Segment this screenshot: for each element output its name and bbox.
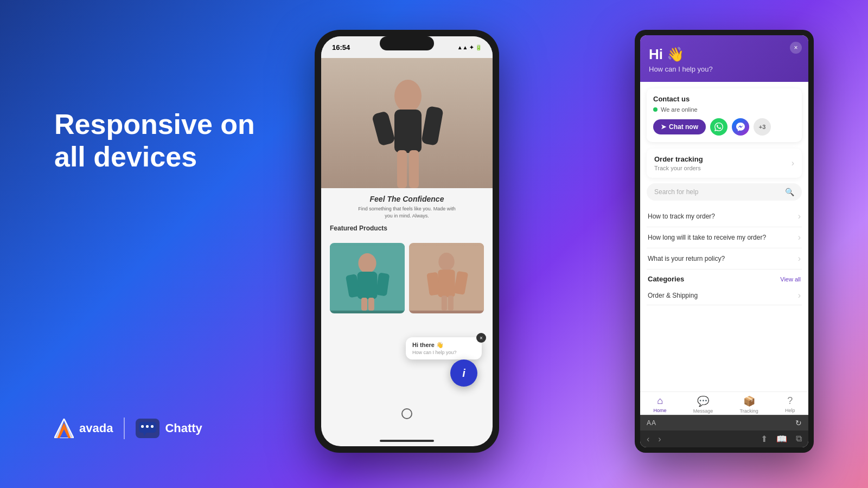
svg-rect-27 — [442, 296, 447, 311]
faq-chevron-3: › — [798, 254, 801, 264]
category-text-1: Order & Shipping — [648, 292, 698, 299]
nav-help[interactable]: ? Help — [785, 395, 795, 414]
order-tracking-title: Order tracking — [654, 155, 703, 163]
chat-float-button[interactable]: i — [450, 359, 477, 387]
search-row[interactable]: Search for help 🔍 — [647, 183, 802, 201]
order-tracking-chevron: › — [792, 158, 794, 168]
chat-float-icon: i — [462, 367, 465, 380]
svg-rect-17 — [358, 272, 378, 299]
headline-line2: all devices — [54, 141, 197, 172]
nav-home[interactable]: ⌂ Home — [654, 395, 667, 414]
phone-notch — [380, 36, 434, 50]
phone-hero-subtitle: Find something that feels like you. Made… — [330, 206, 484, 219]
svg-rect-4 — [141, 425, 144, 428]
svg-rect-10 — [394, 110, 422, 153]
phone-container: 16:54 ▲▲ ✦ 🔋 — [315, 30, 499, 453]
phone-home-button[interactable] — [401, 408, 412, 419]
home-icon: ⌂ — [657, 395, 663, 407]
faq-item-1[interactable]: How to track my order? › — [647, 206, 802, 227]
plus-more-button[interactable]: +3 — [754, 118, 771, 136]
chat-header: × Hi 👋 How can I help you? — [640, 35, 808, 82]
nav-tracking-label: Tracking — [740, 408, 758, 414]
spacer — [640, 305, 808, 391]
chat-bubble-close[interactable]: × — [476, 333, 486, 343]
svg-point-9 — [394, 80, 422, 112]
close-icon: × — [794, 44, 797, 52]
contact-actions: ➤ Chat now +3 — [653, 118, 795, 136]
avada-label: avada — [79, 421, 113, 435]
message-icon: 💬 — [697, 395, 709, 407]
address-bar: AA ↻ — [640, 415, 808, 431]
browser-nav: ‹ › ⬆ 📖 ⧉ — [640, 431, 808, 447]
bottom-nav: ⌂ Home 💬 Message 📦 Tracking ? Help — [640, 391, 808, 415]
signal-icons: ▲▲ ✦ 🔋 — [457, 44, 482, 50]
plus-more-label: +3 — [759, 124, 766, 130]
contact-us-title: Contact us — [653, 95, 795, 103]
svg-rect-24 — [438, 270, 455, 298]
svg-rect-6 — [151, 425, 154, 428]
faq-item-3[interactable]: What is your return policy? › — [647, 248, 802, 269]
tabs-icon[interactable]: ⧉ — [796, 434, 802, 444]
featured-title: Featured Products — [330, 224, 484, 232]
chat-greeting: Hi 👋 — [649, 46, 800, 63]
chat-now-label: Chat now — [669, 123, 698, 131]
svg-rect-14 — [409, 150, 419, 188]
order-tracking-row[interactable]: Order tracking Track your orders › — [647, 149, 802, 178]
faq-text-1: How to track my order? — [648, 213, 715, 220]
logos-section: avada Chatty — [54, 418, 202, 439]
view-all-button[interactable]: View all — [780, 276, 801, 282]
contact-card: Contact us We are online ➤ Chat now — [647, 88, 802, 142]
chat-bubble-sub: How can I help you? — [412, 350, 475, 355]
online-text: We are online — [661, 106, 698, 113]
hero-image — [321, 58, 493, 188]
online-dot — [653, 107, 658, 112]
chatty-icon — [136, 419, 159, 438]
faq-chevron-1: › — [798, 211, 801, 221]
svg-rect-20 — [361, 298, 367, 311]
faq-text-2: How long will it take to receive my orde… — [648, 234, 766, 241]
nav-message[interactable]: 💬 Message — [693, 395, 713, 414]
product-card-2 — [409, 243, 484, 313]
bookmark-icon[interactable]: 📖 — [776, 434, 787, 444]
svg-point-16 — [358, 253, 376, 273]
chatty-logo: Chatty — [136, 419, 202, 438]
share-icon[interactable]: ⬆ — [761, 434, 768, 444]
category-chevron-1: › — [798, 291, 801, 300]
chat-panel-body: Contact us We are online ➤ Chat now — [640, 82, 808, 447]
avada-logo: avada — [54, 419, 113, 438]
phone-home-indicator — [380, 440, 434, 442]
chat-now-button[interactable]: ➤ Chat now — [653, 119, 706, 134]
phone-products — [321, 243, 493, 313]
faq-text-3: What is your return policy? — [648, 255, 725, 262]
refresh-button[interactable]: ↻ — [795, 419, 802, 427]
categories-header: Categories View all — [640, 269, 808, 286]
faq-item-2[interactable]: How long will it take to receive my orde… — [647, 227, 802, 248]
nav-tracking[interactable]: 📦 Tracking — [740, 395, 758, 414]
forward-icon[interactable]: › — [658, 434, 661, 444]
tracking-icon: 📦 — [743, 395, 755, 407]
online-indicator: We are online — [653, 106, 795, 113]
svg-rect-5 — [146, 425, 149, 428]
category-item-1[interactable]: Order & Shipping › — [647, 286, 802, 305]
phone-frame: 16:54 ▲▲ ✦ 🔋 — [315, 30, 499, 453]
messenger-button[interactable] — [732, 118, 749, 136]
browser-back-forward: ‹ › — [647, 434, 661, 444]
help-icon: ? — [787, 395, 793, 407]
order-tracking-info: Order tracking Track your orders — [654, 155, 703, 171]
headline-line1: Responsive on — [54, 108, 255, 140]
whatsapp-button[interactable] — [710, 118, 727, 136]
chat-panel-container: × Hi 👋 How can I help you? Contact us We… — [635, 30, 814, 453]
chat-now-icon: ➤ — [661, 123, 666, 131]
chat-close-button[interactable]: × — [790, 42, 802, 54]
chat-bubble-text: Hi there 👋 — [412, 342, 475, 349]
headline: Responsive on all devices — [54, 108, 298, 174]
address-text: AA — [647, 419, 656, 427]
categories-title: Categories — [648, 275, 684, 283]
chatty-label: Chatty — [165, 421, 202, 435]
svg-point-23 — [438, 253, 454, 271]
chat-panel-screen: × Hi 👋 How can I help you? Contact us We… — [640, 35, 808, 447]
browser-actions: ⬆ 📖 ⧉ — [761, 434, 802, 444]
back-icon[interactable]: ‹ — [647, 434, 649, 444]
phone-text-section: Feel The Confidence Find something that … — [321, 188, 493, 243]
phone-hero-title: Feel The Confidence — [330, 195, 484, 203]
